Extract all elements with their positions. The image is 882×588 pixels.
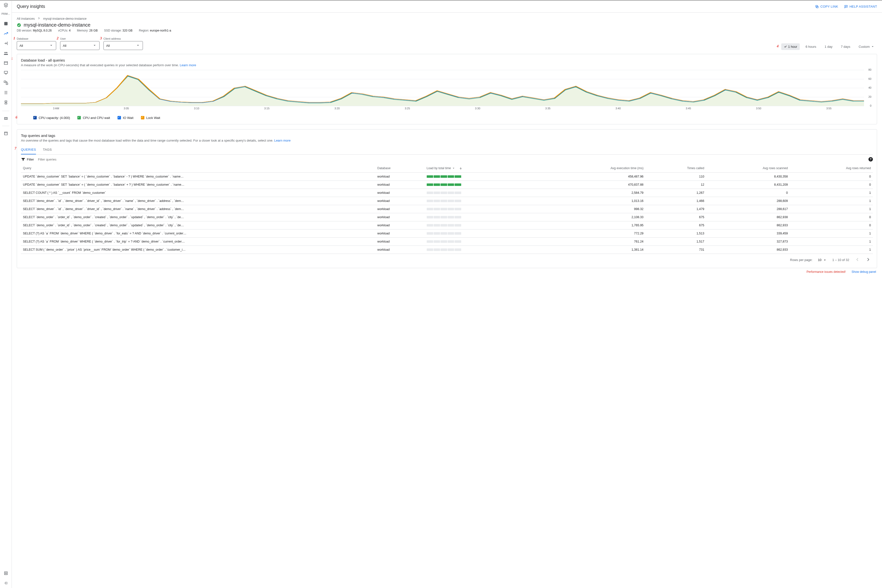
legend-item[interactable]: Lock Wait [141, 116, 161, 120]
nav-storage-icon[interactable] [3, 61, 8, 66]
cell-database: workload [376, 205, 425, 213]
nav-marketplace-icon[interactable] [3, 571, 8, 576]
table-row[interactable]: UPDATE `demo_customer` SET `balance` = (… [21, 181, 873, 189]
page-prev-button[interactable] [855, 257, 860, 263]
filter-database-select[interactable]: All [17, 41, 56, 50]
col-times[interactable]: Times called [646, 164, 706, 172]
nav-overview-icon[interactable] [3, 21, 8, 26]
cell-returned: 1 [790, 197, 873, 205]
load-card-title: Database load - all queries [21, 58, 873, 62]
cell-times: 110 [646, 172, 706, 181]
filter-user-select[interactable]: All [60, 41, 99, 50]
cell-query: SELECT SUM ( `demo_order` . `price` ) AS… [21, 246, 376, 254]
svg-rect-18 [5, 132, 8, 135]
tab-tags[interactable]: TAGS [43, 145, 52, 154]
filter-client-label: Client address [104, 37, 143, 40]
learn-more-link[interactable]: Learn more [180, 63, 196, 67]
table-row[interactable]: UPDATE `demo_customer` SET `balance` = (… [21, 172, 873, 181]
help-assistant-button[interactable]: HELP ASSISTANT [844, 4, 877, 9]
cell-load [425, 238, 539, 246]
cell-returned: 0 [790, 181, 873, 189]
table-row[interactable]: SELECT (?) AS `a` FROM `demo_driver` WHE… [21, 230, 873, 238]
col-avg-exec[interactable]: Avg execution time (ms) [539, 164, 646, 172]
cell-database: workload [376, 238, 425, 246]
table-row[interactable]: SELECT `demo_driver` . `id` , `demo_driv… [21, 197, 873, 205]
table-row[interactable]: SELECT COUNT ( * ) AS `__count` FROM `de… [21, 189, 873, 197]
legend-checkbox[interactable] [33, 116, 37, 119]
nav-settings-icon[interactable] [3, 100, 8, 105]
product-logo-icon[interactable] [3, 3, 8, 8]
legend-item[interactable]: IO Wait [117, 116, 134, 120]
chat-icon [844, 4, 848, 9]
help-icon[interactable]: ? [868, 157, 873, 162]
table-row[interactable]: SELECT `demo_driver` . `id` , `demo_driv… [21, 205, 873, 213]
table-row[interactable]: SELECT `demo_order` . `order_id` , `demo… [21, 213, 873, 221]
cell-load [425, 230, 539, 238]
debug-panel-link[interactable]: Show debug panel [852, 270, 876, 274]
page-next-button[interactable] [865, 257, 871, 263]
nav-misc-icon[interactable] [3, 116, 8, 121]
col-query[interactable]: Query [21, 164, 376, 172]
cell-query: SELECT (?) AS `a` FROM `demo_driver` WHE… [21, 238, 376, 246]
svg-point-2 [5, 52, 6, 53]
legend-checkbox[interactable] [117, 116, 121, 119]
table-row[interactable]: SELECT `demo_order` . `order_id` , `demo… [21, 221, 873, 230]
load-chart[interactable]: 020406080 3 AM3:053:103:153:203:253:303:… [21, 70, 873, 112]
col-load[interactable]: Load by total time [425, 164, 539, 172]
legend-checkbox[interactable] [77, 116, 81, 119]
cell-load [425, 221, 539, 230]
cell-load [425, 246, 539, 254]
filter-chip[interactable]: Filter [21, 157, 34, 162]
time-range-1-day[interactable]: 1 day [822, 44, 835, 50]
cell-database: workload [376, 213, 425, 221]
chevron-right-icon [37, 16, 41, 21]
instance-name: mysql-instance-demo-instance [24, 22, 90, 28]
learn-more-link[interactable]: Learn more [274, 139, 290, 142]
nav-users-icon[interactable] [3, 51, 8, 56]
collapse-rail-icon[interactable] [3, 580, 8, 585]
legend-checkbox[interactable] [141, 116, 144, 119]
col-returned[interactable]: Avg rows returned [790, 164, 873, 172]
table-row[interactable]: SELECT (?) AS `a` FROM `demo_driver` WHE… [21, 238, 873, 246]
cell-avg-exec: 1,381.14 [539, 246, 646, 254]
cell-avg-exec: 1,765.95 [539, 221, 646, 230]
top-bar: Query insights COPY LINK HELP ASSISTANT [12, 1, 882, 12]
cell-scanned: 8,431,209 [706, 181, 790, 189]
legend-item[interactable]: CPU and CPU wait [77, 116, 110, 120]
nav-misc2-icon[interactable] [3, 131, 8, 136]
svg-rect-8 [6, 83, 8, 85]
nav-insights-icon[interactable] [3, 31, 8, 36]
nav-import-icon[interactable] [3, 41, 8, 46]
cell-avg-exec: 2,584.79 [539, 189, 646, 197]
cell-database: workload [376, 246, 425, 254]
time-range-1-hour[interactable]: 1 hour [781, 44, 800, 50]
caret-down-icon [136, 43, 140, 48]
status-warning[interactable]: Performance issues detected! [807, 270, 846, 274]
svg-rect-6 [4, 71, 8, 73]
table-row[interactable]: SELECT SUM ( `demo_order` . `price` ) AS… [21, 246, 873, 254]
svg-rect-1 [4, 22, 8, 25]
cell-avg-exec: 458,487.96 [539, 172, 646, 181]
copy-link-button[interactable]: COPY LINK [815, 4, 838, 9]
cell-times: 1,513 [646, 230, 706, 238]
time-range-7-days[interactable]: 7 days [838, 44, 853, 50]
nav-replicas-icon[interactable] [3, 80, 8, 85]
project-label: PRIM… [0, 12, 12, 15]
filter-client-select[interactable]: All [104, 41, 143, 50]
time-range-6-hours[interactable]: 6 hours [803, 44, 819, 50]
caret-down-icon [452, 166, 455, 170]
arrow-down-icon [459, 166, 463, 170]
col-scanned[interactable]: Avg rows scanned [706, 164, 790, 172]
page-range: 1 – 10 of 32 [832, 258, 849, 262]
rows-per-page-select[interactable]: 10 [818, 258, 827, 262]
tab-queries[interactable]: QUERIES [21, 145, 36, 154]
nav-operations-icon[interactable] [3, 90, 8, 95]
breadcrumb-root[interactable]: All instances [17, 17, 35, 20]
filter-input[interactable] [38, 158, 865, 162]
time-range-custom[interactable]: Custom [856, 43, 877, 50]
cell-times: 675 [646, 213, 706, 221]
nav-backups-icon[interactable] [3, 70, 8, 75]
col-database[interactable]: Database [376, 164, 425, 172]
cell-avg-exec: 1,013.16 [539, 197, 646, 205]
legend-item[interactable]: CPU capacity: (4.000) [33, 116, 70, 120]
